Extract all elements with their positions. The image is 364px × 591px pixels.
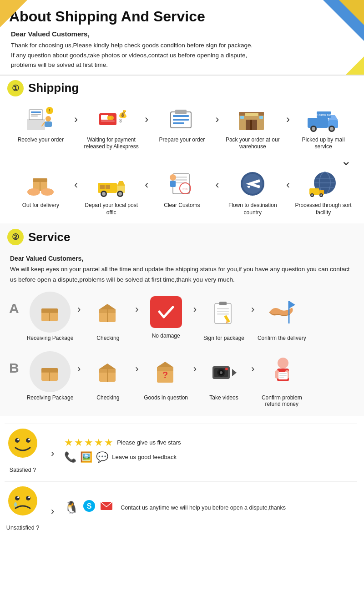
feedback-text: Leave us good feedback — [112, 454, 177, 460]
unsatisfied-row: Unsatisfied ? › 🐧 S — [5, 485, 357, 531]
stars-row: ★★★★★ Please give us five stars — [64, 437, 357, 449]
svg-rect-113 — [279, 377, 284, 378]
header-text: Dear Valued Customers, Thank for choosin… — [9, 29, 355, 70]
svg-rect-3 — [31, 114, 41, 115]
service-a-arrow-1: › — [77, 303, 81, 315]
service-text-block: Dear Valued Customers, We will keep eyes… — [7, 252, 357, 292]
svg-rect-4 — [31, 116, 38, 116]
header: About Shipping And Service Dear Valued C… — [0, 0, 364, 76]
svg-point-35 — [330, 127, 334, 131]
checking-icon-b — [92, 351, 124, 392]
arrow-r3: ‹ — [216, 178, 219, 191]
goods-question-icon: ? — [150, 351, 182, 392]
svg-point-124 — [14, 502, 17, 507]
service-b-arrow-1: › — [77, 363, 81, 375]
contact-icons: 🐧 S — [64, 499, 113, 516]
step-out-delivery: Out for delivery — [11, 168, 70, 209]
step-pack: Pack your order at our warehouse — [223, 103, 282, 151]
svg-text:S: S — [87, 502, 92, 510]
service-b-label-4: Take videos — [209, 394, 238, 401]
unsatisfied-group: Unsatisfied ? — [5, 485, 41, 531]
service-a-item-2: Checking — [81, 292, 135, 341]
confirm-delivery-icon — [263, 292, 300, 333]
step-fly-label: Flown to destination country — [223, 202, 282, 216]
svg-point-116 — [26, 438, 30, 443]
svg-point-49 — [118, 192, 122, 196]
svg-rect-53 — [175, 177, 187, 178]
stars-text: Please give us five stars — [117, 439, 181, 446]
header-line2: If any question about goods,take photos … — [11, 51, 355, 61]
svg-point-118 — [28, 439, 30, 440]
no-damage-icon — [150, 296, 182, 328]
take-videos-icon — [208, 351, 240, 392]
svg-text:!: ! — [49, 108, 51, 113]
svg-point-103 — [220, 371, 222, 374]
service-a-label-1: Receiving Package — [27, 335, 74, 341]
corner-decoration-br — [346, 56, 364, 75]
service-a-arrow-4: › — [251, 303, 254, 315]
phone-icon: 📞 — [64, 451, 76, 463]
receive-order-icon: ! — [22, 103, 59, 135]
service-a-arrow-2: › — [135, 303, 138, 315]
svg-rect-111 — [279, 373, 287, 374]
pack-icon — [234, 103, 271, 135]
svg-text:$: $ — [119, 118, 122, 123]
step-payment: 💰 $ Waiting for payment released by Alie… — [82, 103, 141, 151]
page-title: About Shipping And Service — [9, 8, 355, 25]
svg-text:OK: OK — [182, 187, 188, 191]
shipping-section: ① Shipping ! — [0, 76, 364, 223]
service-b-arrow-4: › — [251, 363, 254, 375]
satisfied-content: ★★★★★ Please give us five stars 📞 🖼️ 💬 L… — [64, 437, 357, 463]
customs-icon: OK — [164, 168, 200, 200]
step-fly: Flown to destination country — [223, 168, 282, 216]
svg-point-121 — [26, 496, 30, 500]
service-a-item-4: Sign for package — [197, 292, 251, 341]
unsatisfied-emoji — [5, 485, 41, 523]
service-title: ② Service — [7, 229, 357, 245]
step-pack-label: Pack your order at our warehouse — [223, 136, 282, 151]
svg-rect-19 — [173, 115, 189, 117]
chat-icon: 💬 — [96, 451, 108, 463]
svg-point-115 — [15, 438, 20, 443]
pickup-icon: Follow Me — [305, 103, 342, 135]
dear-line: Dear Valued Customers, — [11, 29, 355, 40]
svg-rect-83 — [217, 311, 229, 312]
svg-rect-108 — [275, 370, 279, 379]
svg-point-41 — [27, 188, 40, 196]
arrow-r4: ‹ — [286, 178, 290, 191]
svg-marker-45 — [117, 181, 125, 186]
step-depart: Depart your local post offic — [82, 168, 141, 216]
svg-rect-20 — [173, 119, 189, 121]
svg-point-123 — [28, 496, 30, 498]
step-customs: OK Clear Customs — [152, 168, 212, 209]
step-receive-order-label: Receive your order — [18, 136, 64, 144]
svg-point-13 — [109, 116, 114, 120]
svg-rect-8 — [45, 121, 52, 127]
confirm-refund-icon — [263, 351, 300, 392]
svg-rect-21 — [173, 122, 184, 124]
satisfied-emoji — [5, 427, 41, 465]
service-b-item-2: Checking — [81, 351, 135, 401]
arrow-r1: ‹ — [74, 178, 78, 191]
feedback-icons-row: 📞 🖼️ 💬 Leave us good feedback — [64, 451, 357, 463]
step-customs-label: Clear Customs — [164, 202, 200, 209]
service-label: Service — [28, 230, 71, 244]
shipping-title: ① Shipping — [7, 80, 357, 96]
contact-text: Contact us anytime we will help you befo… — [121, 505, 286, 511]
service-a-item-5: Confirm the delivery — [254, 292, 309, 341]
out-delivery-icon — [22, 168, 59, 200]
satisfaction-section: Satisfied ? › ★★★★★ Please give us five … — [0, 416, 364, 544]
service-b-label-1: Receiving Package — [27, 394, 74, 401]
svg-rect-2 — [31, 111, 41, 113]
svg-rect-67 — [309, 188, 319, 195]
svg-marker-105 — [232, 369, 237, 376]
service-row-b: B Receiving Package › — [7, 351, 357, 407]
service-b-items: Receiving Package › Checking › — [23, 351, 355, 407]
svg-rect-27 — [259, 116, 263, 119]
svg-rect-29 — [308, 118, 328, 128]
svg-point-58 — [170, 174, 176, 181]
service-number: ② — [7, 229, 24, 245]
svg-point-120 — [15, 496, 20, 500]
receiving-package-icon-b — [30, 351, 71, 392]
svg-point-72 — [320, 194, 322, 196]
